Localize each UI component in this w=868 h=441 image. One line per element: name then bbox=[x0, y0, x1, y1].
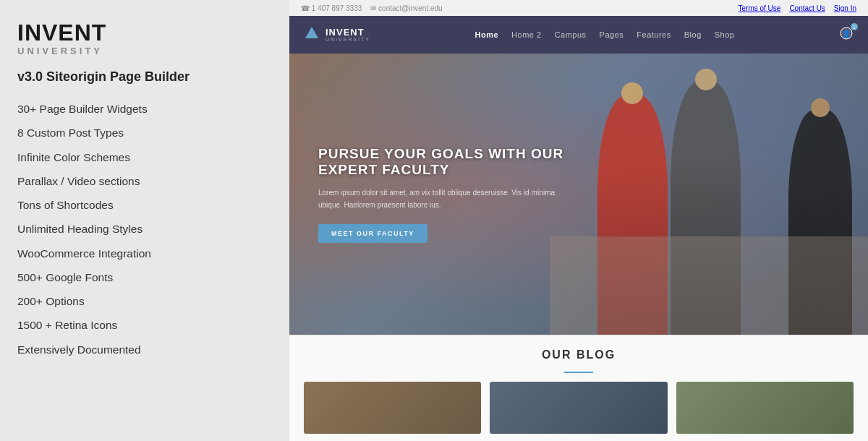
phone-number: ☎ 1 407 897 3333 bbox=[301, 4, 362, 12]
cart-icon[interactable]: 👤 1 bbox=[839, 26, 854, 43]
cart-badge: 1 bbox=[851, 23, 858, 30]
navbar-brand-name: INVENT bbox=[326, 27, 370, 37]
hero-headline: PURSUE YOUR GOALS WITH OUR EXPERT FACULT… bbox=[318, 146, 564, 178]
nav-home2[interactable]: Home 2 bbox=[511, 30, 542, 39]
logo-icon bbox=[304, 25, 320, 45]
blog-title: OUR BLOG bbox=[304, 348, 854, 361]
nav-features[interactable]: Features bbox=[637, 30, 671, 39]
people-block bbox=[550, 53, 868, 335]
list-item: Infinite Color Schemes bbox=[17, 146, 272, 168]
top-bar-right: Terms of Use Contact Us Sign In bbox=[738, 4, 856, 12]
top-bar: ☎ 1 407 897 3333 ✉ contact@invent.edu Te… bbox=[289, 0, 868, 16]
svg-marker-0 bbox=[305, 27, 318, 38]
nav-campus[interactable]: Campus bbox=[555, 30, 587, 39]
contact-link[interactable]: Contact Us bbox=[789, 4, 825, 12]
version-line: v3.0 Siteorigin Page Builder bbox=[17, 69, 272, 85]
list-item: Parallax / Video sections bbox=[17, 170, 272, 192]
nav-shop[interactable]: Shop bbox=[715, 30, 735, 39]
signin-link[interactable]: Sign In bbox=[834, 4, 856, 12]
blog-thumbnails bbox=[304, 382, 854, 434]
hero-description: Lorem ipsum dolor sit amet, am vix tolli… bbox=[318, 187, 564, 211]
svg-text:👤: 👤 bbox=[842, 29, 851, 38]
hero-section: PURSUE YOUR GOALS WITH OUR EXPERT FACULT… bbox=[289, 53, 868, 335]
blog-thumbnail-3[interactable] bbox=[676, 382, 854, 434]
nav-pages[interactable]: Pages bbox=[600, 30, 624, 39]
blog-thumbnail-2[interactable] bbox=[490, 382, 667, 434]
email-address: ✉ contact@invent.edu bbox=[370, 4, 442, 12]
list-item: 1500 + Retina Icons bbox=[17, 314, 272, 336]
nav-blog[interactable]: Blog bbox=[684, 30, 702, 39]
left-panel: INVENT UNIVERSITY v3.0 Siteorigin Page B… bbox=[0, 0, 289, 441]
blog-thumbnail-1[interactable] bbox=[304, 382, 481, 434]
nav-home[interactable]: Home bbox=[475, 30, 499, 39]
terms-link[interactable]: Terms of Use bbox=[738, 4, 780, 12]
list-item: Extensively Documented bbox=[17, 338, 272, 361]
navbar: INVENT UNIVERSITY Home Home 2 Campus Pag… bbox=[289, 16, 868, 53]
hero-cta-button[interactable]: MEET OUR FACULTY bbox=[318, 224, 427, 243]
list-item: 200+ Options bbox=[17, 290, 272, 312]
list-item: 30+ Page Builder Widgets bbox=[17, 98, 272, 120]
features-list: 30+ Page Builder Widgets 8 Custom Post T… bbox=[17, 98, 272, 361]
list-item: Unlimited Heading Styles bbox=[17, 218, 272, 240]
brand-title: INVENT bbox=[17, 20, 272, 46]
top-bar-left: ☎ 1 407 897 3333 ✉ contact@invent.edu bbox=[301, 4, 443, 12]
blog-title-underline bbox=[564, 372, 593, 373]
hero-content: PURSUE YOUR GOALS WITH OUR EXPERT FACULT… bbox=[289, 124, 593, 265]
list-item: 8 Custom Post Types bbox=[17, 121, 272, 144]
list-item: Tons of Shortcodes bbox=[17, 194, 272, 216]
navbar-brand-sub: UNIVERSITY bbox=[326, 37, 370, 42]
navbar-nav: Home Home 2 Campus Pages Features Blog S… bbox=[475, 30, 735, 39]
right-panel: ☎ 1 407 897 3333 ✉ contact@invent.edu Te… bbox=[289, 0, 868, 441]
navbar-brand-text: INVENT UNIVERSITY bbox=[326, 27, 370, 42]
list-item: 500+ Google Fonts bbox=[17, 266, 272, 288]
table-overlay bbox=[550, 236, 868, 335]
navbar-brand: INVENT UNIVERSITY bbox=[304, 25, 370, 45]
brand-subtitle: UNIVERSITY bbox=[17, 46, 272, 56]
list-item: WooCommerce Integration bbox=[17, 242, 272, 265]
blog-section: OUR BLOG bbox=[289, 335, 868, 441]
